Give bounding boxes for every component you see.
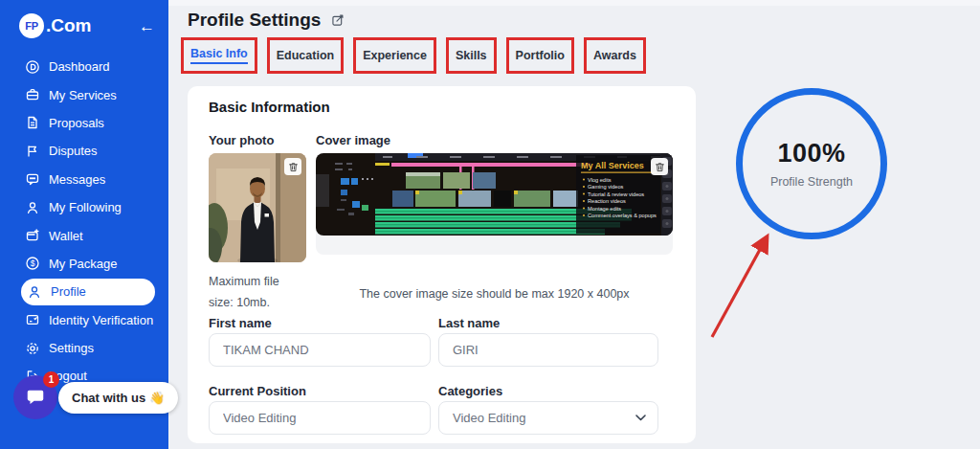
svg-text:Montage edits: Montage edits bbox=[588, 206, 621, 212]
profile-settings-page: FP .Com ← Dashboard My Services bbox=[0, 0, 980, 449]
page-title: Profile Settings bbox=[188, 10, 321, 31]
svg-text:$: $ bbox=[31, 258, 35, 268]
sidebar-item-label: Messages bbox=[49, 172, 105, 187]
briefcase-icon bbox=[25, 87, 40, 102]
wallet-icon bbox=[25, 228, 40, 243]
chat-launcher-button[interactable]: 1 bbox=[13, 375, 57, 419]
sidebar-item-label: My Package bbox=[49, 257, 118, 271]
top-strip bbox=[168, 0, 980, 6]
gear-icon bbox=[25, 341, 40, 356]
logo-fp-icon: FP bbox=[19, 13, 44, 38]
document-icon bbox=[25, 115, 40, 130]
flag-icon bbox=[25, 144, 40, 159]
tab-awards[interactable]: Awards bbox=[584, 37, 646, 74]
tab-skills[interactable]: Skills bbox=[446, 37, 497, 74]
trash-icon bbox=[655, 162, 665, 172]
svg-text:Gaming videos: Gaming videos bbox=[588, 184, 624, 190]
trash-icon bbox=[288, 162, 299, 172]
sidebar-item-label: My Services bbox=[49, 88, 117, 102]
your-photo-label: Your photo bbox=[209, 133, 274, 147]
first-name-input[interactable] bbox=[209, 333, 431, 367]
svg-text:My All Services: My All Services bbox=[581, 161, 644, 170]
sidebar-item-proposals[interactable]: Proposals bbox=[0, 109, 168, 137]
delete-cover-button[interactable] bbox=[651, 158, 668, 175]
sidebar-item-label: Dashboard bbox=[49, 59, 110, 74]
tab-experience[interactable]: Experience bbox=[353, 37, 436, 74]
chat-notification-badge: 1 bbox=[43, 371, 59, 388]
chat-bubble-icon bbox=[25, 171, 40, 187]
photo-size-hint: Maximum file size: 10mb. bbox=[209, 272, 301, 314]
categories-label: Categories bbox=[438, 384, 502, 398]
profile-strength-ring: 100% Profile Strength bbox=[736, 88, 887, 239]
last-name-input[interactable] bbox=[438, 333, 658, 367]
sidebar-item-profile[interactable]: Profile bbox=[21, 279, 155, 304]
current-position-label: Current Position bbox=[209, 384, 306, 398]
logo-text: .Com bbox=[46, 15, 92, 36]
sidebar-item-label: Wallet bbox=[49, 229, 83, 243]
categories-select[interactable]: Video Editing bbox=[438, 401, 658, 435]
delete-photo-button[interactable] bbox=[284, 158, 301, 175]
sidebar-item-label: Identity Verification bbox=[49, 313, 153, 327]
sidebar-header: FP .Com ← bbox=[19, 13, 155, 38]
sidebar-item-identity-verification[interactable]: Identity Verification bbox=[0, 306, 168, 334]
svg-text:Tutorial & review videos: Tutorial & review videos bbox=[588, 191, 644, 197]
svg-text:Vlog edits: Vlog edits bbox=[588, 177, 612, 183]
sidebar-collapse-button[interactable]: ← bbox=[139, 18, 155, 34]
sidebar-item-dashboard[interactable]: Dashboard bbox=[0, 53, 168, 80]
last-name-label: Last name bbox=[438, 316, 500, 330]
cover-size-hint: The cover image size should be max 1920 … bbox=[316, 284, 673, 305]
svg-text:Reaction videos: Reaction videos bbox=[588, 198, 626, 204]
profile-icon bbox=[27, 284, 42, 300]
sidebar-item-wallet[interactable]: Wallet bbox=[0, 221, 168, 249]
sidebar-item-label: Profile bbox=[51, 284, 86, 299]
id-card-check-icon bbox=[25, 312, 40, 327]
dashboard-icon bbox=[25, 59, 40, 75]
chat-launcher-icon bbox=[25, 387, 46, 408]
profile-strength-label: Profile Strength bbox=[770, 175, 853, 189]
profile-tabs: Basic Info Education Experience Skills P… bbox=[181, 37, 646, 74]
sidebar-item-messages[interactable]: Messages bbox=[0, 166, 168, 193]
sidebar-item-label: My Following bbox=[49, 200, 122, 214]
sidebar-item-my-package[interactable]: $ My Package bbox=[0, 250, 168, 278]
chat-with-us-button[interactable]: Chat with us 👋 bbox=[58, 382, 178, 414]
current-position-input[interactable] bbox=[209, 401, 431, 435]
sidebar-item-disputes[interactable]: Disputes bbox=[0, 137, 168, 165]
sidebar-item-label: Settings bbox=[49, 341, 94, 355]
cover-image-upload[interactable]: My All Services Vlog edits Gaming videos… bbox=[316, 153, 673, 255]
annotation-arrow bbox=[702, 226, 782, 345]
dollar-circle-icon: $ bbox=[25, 256, 40, 271]
section-title: Basic Information bbox=[209, 99, 330, 115]
first-name-label: First name bbox=[209, 316, 272, 330]
cover-image-preview: My All Services Vlog edits Gaming videos… bbox=[316, 153, 673, 236]
sidebar-item-label: Disputes bbox=[49, 144, 98, 158]
basic-information-card: Basic Information Your photo Cover image bbox=[188, 86, 696, 443]
categories-selected-value: Video Editing bbox=[453, 411, 525, 425]
sidebar-item-my-services[interactable]: My Services bbox=[0, 80, 168, 108]
chevron-down-icon bbox=[635, 415, 646, 421]
tab-basic-info[interactable]: Basic Info bbox=[181, 37, 257, 74]
person-icon bbox=[25, 200, 40, 215]
tab-education[interactable]: Education bbox=[267, 37, 344, 74]
tab-portfolio[interactable]: Portfolio bbox=[506, 37, 574, 74]
profile-photo-upload[interactable] bbox=[209, 153, 306, 262]
svg-text:Comment overlays & popups: Comment overlays & popups bbox=[588, 213, 657, 218]
logo[interactable]: FP .Com bbox=[19, 13, 92, 38]
edit-title-icon[interactable] bbox=[331, 13, 345, 27]
sidebar-item-label: Proposals bbox=[49, 116, 104, 130]
profile-strength-percent: 100% bbox=[777, 139, 845, 168]
sidebar-item-my-following[interactable]: My Following bbox=[0, 193, 168, 221]
cover-image-label: Cover image bbox=[316, 133, 390, 147]
sidebar-item-settings[interactable]: Settings bbox=[0, 334, 168, 362]
cover-image-graphic: My All Services Vlog edits Gaming videos… bbox=[316, 153, 673, 236]
sidebar-nav: Dashboard My Services Proposals Disputes bbox=[0, 53, 168, 391]
